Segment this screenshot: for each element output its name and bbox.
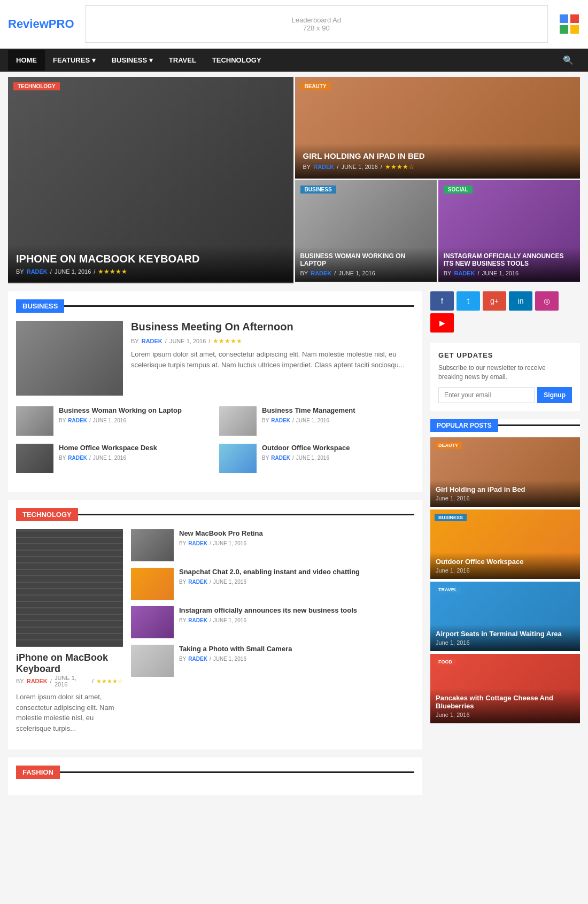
google-plus-button[interactable]: g+ bbox=[483, 291, 506, 311]
small-post-2-title: Home Office Workspace Desk bbox=[59, 444, 157, 453]
tech-side-post-3[interactable]: Taking a Photo with Small Camera BY RADE… bbox=[131, 645, 414, 677]
twitter-button[interactable]: t bbox=[457, 291, 480, 311]
small-post-2[interactable]: Home Office Workspace Desk BY RADEK / JU… bbox=[16, 444, 211, 473]
popular-post-3-badge: FOOD bbox=[435, 658, 456, 666]
hero-bottom-right-badge: SOCIAL bbox=[444, 186, 473, 194]
tech-side-post-1-date: JUNE 1, 2016 bbox=[213, 579, 246, 585]
search-icon[interactable]: 🔍 bbox=[556, 49, 580, 72]
small-post-1-meta: BY RADEK / JUNE 1, 2016 bbox=[262, 418, 355, 423]
hero-main-author: RADEK bbox=[27, 268, 48, 275]
header: ReviewPRO Leaderboard Ad 728 x 90 bbox=[0, 0, 588, 49]
hero-main[interactable]: TECHNOLOGY IPHONE ON MACBOOK KEYBOARD BY… bbox=[8, 77, 293, 283]
hero-main-badge: TECHNOLOGY bbox=[13, 82, 60, 90]
business-section-line bbox=[64, 305, 414, 307]
svg-rect-0 bbox=[560, 14, 568, 23]
newsletter-email-input[interactable] bbox=[438, 387, 535, 403]
hero-bottom-left-meta: BY RADEK / JUNE 1, 2016 bbox=[300, 270, 431, 276]
nav-features[interactable]: FEATURES ▾ bbox=[45, 50, 104, 71]
small-post-2-date: JUNE 1, 2016 bbox=[93, 455, 126, 461]
business-featured-date: JUNE 1, 2016 bbox=[169, 338, 206, 344]
tech-side-post-3-author: RADEK bbox=[188, 656, 207, 662]
hero-main-stars: ★★★★★ bbox=[98, 268, 127, 275]
newsletter-title: GET UPDATES bbox=[438, 351, 572, 359]
small-post-1[interactable]: Business Time Management BY RADEK / JUNE… bbox=[219, 406, 414, 436]
tech-side-post-3-title: Taking a Photo with Small Camera bbox=[179, 645, 292, 654]
hero-top-right-badge: BEAUTY bbox=[300, 82, 331, 90]
popular-post-0-badge: BEAUTY bbox=[435, 442, 462, 449]
tech-side-post-2-content: Instagram officially announces its new b… bbox=[179, 606, 357, 623]
popular-post-3[interactable]: FOOD Pancakes with Cottage Cheese And Bl… bbox=[430, 654, 580, 723]
tech-side-post-0[interactable]: New MacBook Pro Retina BY RADEK / JUNE 1… bbox=[131, 529, 414, 561]
logo[interactable]: ReviewPRO bbox=[8, 17, 74, 31]
tech-side-post-0-author: RADEK bbox=[188, 540, 207, 546]
small-post-3[interactable]: Outdoor Office Workspace BY RADEK / JUNE… bbox=[219, 444, 414, 473]
tech-side-post-2-meta: BY RADEK / JUNE 1, 2016 bbox=[179, 617, 357, 623]
tech-side-post-1-content: Snapchat Chat 2.0, enabling instant and … bbox=[179, 568, 360, 585]
header-logo-icon bbox=[559, 13, 580, 35]
small-post-0-author: RADEK bbox=[68, 418, 87, 423]
tech-main-image bbox=[16, 529, 123, 647]
facebook-button[interactable]: f bbox=[430, 291, 454, 311]
technology-section: TECHNOLOGY iPhone on MacBook Keyboard BY… bbox=[8, 500, 422, 750]
tech-side-post-1[interactable]: Snapchat Chat 2.0, enabling instant and … bbox=[131, 568, 414, 600]
nav-technology[interactable]: TECHNOLOGY bbox=[204, 50, 269, 71]
small-post-1-content: Business Time Management BY RADEK / JUNE… bbox=[262, 406, 355, 423]
hero-main-date: JUNE 1, 2016 bbox=[55, 268, 91, 275]
popular-post-2-title: Airport Seats in Terminal Waiting Area bbox=[436, 630, 575, 638]
small-post-2-author: RADEK bbox=[68, 455, 87, 461]
newsletter-description: Subscribe to our newsletter to receive b… bbox=[438, 364, 572, 382]
tech-side-post-2-image bbox=[131, 606, 174, 638]
svg-rect-1 bbox=[570, 14, 579, 23]
fashion-section-line bbox=[60, 771, 414, 773]
hero-top-right-date: JUNE 1, 2016 bbox=[341, 164, 377, 170]
popular-post-2[interactable]: TRAVEL Airport Seats in Terminal Waiting… bbox=[430, 582, 580, 651]
small-post-0-image bbox=[16, 406, 53, 436]
social-buttons: f t g+ in ◎ ▶ bbox=[430, 291, 580, 333]
nav-travel[interactable]: TRAVEL bbox=[161, 50, 204, 71]
hero-bottom-left[interactable]: BUSINESS BUSINESS WOMAN WORKING ON LAPTO… bbox=[295, 180, 437, 282]
nav-home[interactable]: HOME bbox=[8, 50, 45, 71]
popular-post-0[interactable]: BEAUTY Girl Holding an iPad in Bed June … bbox=[430, 437, 580, 507]
business-section-badge: BUSINESS bbox=[16, 299, 64, 313]
small-post-0[interactable]: Business Woman Working on Laptop BY RADE… bbox=[16, 406, 211, 436]
hero-bottom-left-title: BUSINESS WOMAN WORKING ON LAPTOP bbox=[300, 252, 431, 267]
youtube-button[interactable]: ▶ bbox=[430, 313, 454, 333]
hero-top-right[interactable]: BEAUTY GIRL HOLDING AN IPAD IN BED BY RA… bbox=[295, 77, 581, 179]
popular-post-1-badge: BUSINESS bbox=[435, 514, 467, 521]
hero-right: BEAUTY GIRL HOLDING AN IPAD IN BED BY RA… bbox=[295, 77, 581, 282]
hero-bottom-right[interactable]: SOCIAL INSTAGRAM OFFICIALLY ANNOUNCES IT… bbox=[438, 180, 580, 282]
newsletter-signup-button[interactable]: Signup bbox=[537, 387, 572, 403]
small-post-2-image bbox=[16, 444, 53, 473]
popular-post-3-overlay: Pancakes with Cottage Cheese And Blueber… bbox=[430, 689, 580, 723]
hero-bottom-right-title: INSTAGRAM OFFICIALLY ANNOUNCES ITS NEW B… bbox=[444, 252, 575, 267]
tech-side-post-1-meta: BY RADEK / JUNE 1, 2016 bbox=[179, 579, 360, 585]
tech-side-post-2[interactable]: Instagram officially announces its new b… bbox=[131, 606, 414, 638]
popular-post-1-date: June 1, 2016 bbox=[436, 567, 575, 574]
tech-side-post-3-meta: BY RADEK / JUNE 1, 2016 bbox=[179, 656, 292, 662]
newsletter-box: GET UPDATES Subscribe to our newsletter … bbox=[430, 343, 580, 411]
tech-side-post-0-meta: BY RADEK / JUNE 1, 2016 bbox=[179, 540, 263, 546]
nav-business[interactable]: BUSINESS ▾ bbox=[104, 50, 161, 71]
small-post-2-meta: BY RADEK / JUNE 1, 2016 bbox=[59, 455, 157, 461]
business-featured-post[interactable]: Business Meeting On Afternoon BY RADEK /… bbox=[16, 321, 414, 396]
popular-posts-header: POPULAR POSTS bbox=[430, 419, 580, 432]
popular-post-1[interactable]: BUSINESS Outdoor Office Workspace June 1… bbox=[430, 509, 580, 579]
popular-post-1-overlay: Outdoor Office Workspace June 1, 2016 bbox=[430, 552, 580, 579]
hero-bottom: BUSINESS BUSINESS WOMAN WORKING ON LAPTO… bbox=[295, 180, 581, 282]
small-post-3-date: JUNE 1, 2016 bbox=[296, 455, 329, 461]
small-post-1-image bbox=[219, 406, 257, 436]
tech-side-post-0-content: New MacBook Pro Retina BY RADEK / JUNE 1… bbox=[179, 529, 263, 546]
small-post-0-date: JUNE 1, 2016 bbox=[93, 418, 126, 423]
linkedin-button[interactable]: in bbox=[509, 291, 532, 311]
small-post-3-meta: BY RADEK / JUNE 1, 2016 bbox=[262, 455, 350, 461]
instagram-button[interactable]: ◎ bbox=[535, 291, 559, 311]
small-post-1-title: Business Time Management bbox=[262, 406, 355, 415]
business-featured-meta: BY RADEK / JUNE 1, 2016 / ★★★★★ bbox=[131, 337, 414, 345]
technology-section-badge: TECHNOLOGY bbox=[16, 508, 78, 521]
logo-highlight: PRO bbox=[49, 17, 74, 30]
hero-grid: TECHNOLOGY IPHONE ON MACBOOK KEYBOARD BY… bbox=[8, 77, 580, 283]
hero-main-title: IPHONE ON MACBOOK KEYBOARD bbox=[16, 253, 285, 265]
hero-bottom-left-overlay: BUSINESS WOMAN WORKING ON LAPTOP BY RADE… bbox=[295, 247, 437, 282]
hero-top-right-meta: BY RADEK / JUNE 1, 2016 / ★★★★☆ bbox=[303, 163, 572, 171]
popular-post-0-date: June 1, 2016 bbox=[436, 495, 575, 501]
